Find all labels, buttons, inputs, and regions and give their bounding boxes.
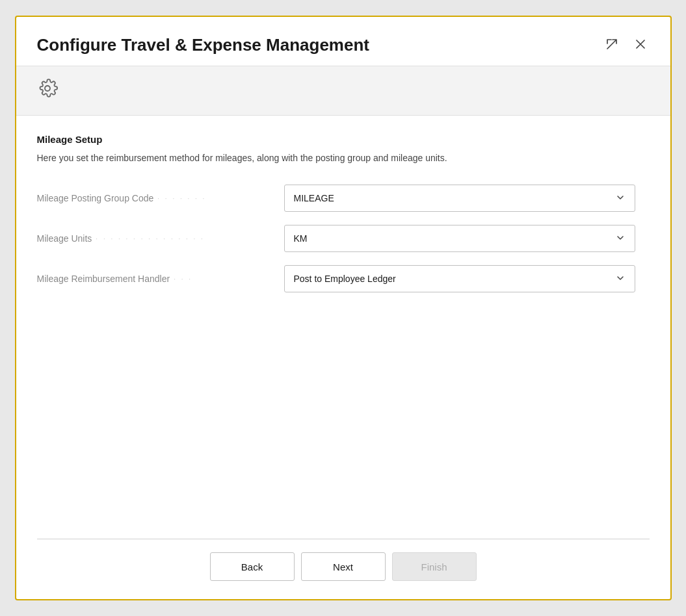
finish-button: Finish [392,552,477,581]
close-icon [634,38,647,51]
field-label-0: Mileage Posting Group Code [37,193,154,203]
mileage-reimbursement-handler-chevron [615,273,626,285]
dots-0: · · · · · · · [157,195,206,202]
field-row-mileage-reimbursement-handler: Mileage Reimbursement Handler · · · Post… [37,265,650,292]
mileage-reimbursement-handler-value: Post to Employee Ledger [294,274,396,284]
mileage-units-select[interactable]: KM [284,225,635,252]
next-button[interactable]: Next [301,552,386,581]
footer-divider [37,539,650,539]
field-row-mileage-units: Mileage Units · · · · · · · · · · · · · … [37,225,650,252]
field-row-mileage-posting-group-code: Mileage Posting Group Code · · · · · · ·… [37,185,650,212]
mileage-posting-group-code-chevron [615,192,626,205]
field-label-container-1: Mileage Units · · · · · · · · · · · · · … [37,233,284,244]
back-button[interactable]: Back [210,552,295,581]
section-title: Mileage Setup [37,134,650,145]
dialog-content: Mileage Setup Here you set the reimburse… [16,116,670,539]
gear-icon [37,83,58,103]
dialog-wrapper: Configure Travel & Expense Management [0,0,686,616]
mileage-units-chevron [615,233,626,245]
expand-icon [605,38,618,51]
dots-1: · · · · · · · · · · · · · · · [96,235,205,242]
mileage-reimbursement-handler-select[interactable]: Post to Employee Ledger [284,265,635,292]
field-label-container-0: Mileage Posting Group Code · · · · · · · [37,193,284,203]
footer-buttons: Back Next Finish [37,552,650,581]
gear-banner [16,66,670,116]
dialog-title: Configure Travel & Expense Management [37,35,369,55]
dialog: Configure Travel & Expense Management [15,16,672,600]
field-label-2: Mileage Reimbursement Handler [37,274,170,284]
mileage-units-value: KM [294,233,308,244]
expand-button[interactable] [603,35,621,55]
dialog-header: Configure Travel & Expense Management [16,17,670,66]
dots-2: · · · [174,276,192,283]
section-description: Here you set the reimbursement method fo… [37,151,650,165]
dialog-footer: Back Next Finish [16,539,670,599]
mileage-posting-group-code-value: MILEAGE [294,193,334,203]
close-button[interactable] [631,35,650,55]
field-label-1: Mileage Units [37,233,92,244]
mileage-posting-group-code-select[interactable]: MILEAGE [284,185,635,212]
field-label-container-2: Mileage Reimbursement Handler · · · [37,274,284,284]
header-icons [603,35,650,55]
